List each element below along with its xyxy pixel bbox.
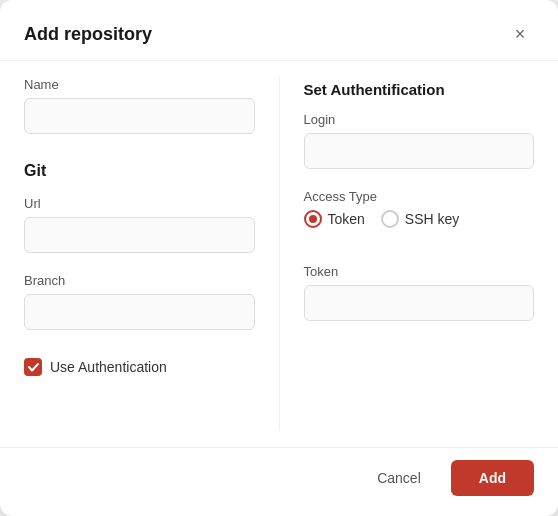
ssh-key-radio-option[interactable]: SSH key: [381, 210, 459, 228]
use-auth-checkbox[interactable]: [24, 358, 42, 376]
left-panel: Name Git Url Branch Use Authentication: [24, 77, 255, 431]
url-label: Url: [24, 196, 255, 211]
ssh-key-radio-label: SSH key: [405, 211, 459, 227]
token-radio-label: Token: [328, 211, 365, 227]
auth-section-title: Set Authentification: [304, 81, 535, 98]
token-radio[interactable]: [304, 210, 322, 228]
login-label: Login: [304, 112, 535, 127]
add-button[interactable]: Add: [451, 460, 534, 496]
dialog-footer: Cancel Add: [0, 447, 558, 516]
use-auth-row: Use Authentication: [24, 358, 255, 376]
git-heading: Git: [24, 162, 255, 180]
dialog-body: Name Git Url Branch Use Authentication: [0, 61, 558, 447]
name-label: Name: [24, 77, 255, 92]
add-repository-dialog: Add repository × Name Git Url Branch: [0, 0, 558, 516]
dialog-header: Add repository ×: [0, 0, 558, 61]
url-input[interactable]: [24, 217, 255, 253]
token-field-group: Token: [304, 264, 535, 321]
name-field-group: Name: [24, 77, 255, 134]
name-input[interactable]: [24, 98, 255, 134]
use-auth-label: Use Authentication: [50, 359, 167, 375]
branch-label: Branch: [24, 273, 255, 288]
access-type-label: Access Type: [304, 189, 535, 204]
right-panel: Set Authentification Login Access Type T…: [279, 77, 535, 431]
dialog-title: Add repository: [24, 24, 152, 45]
close-button[interactable]: ×: [506, 20, 534, 48]
branch-field-group: Branch: [24, 273, 255, 330]
ssh-key-radio[interactable]: [381, 210, 399, 228]
token-field-label: Token: [304, 264, 535, 279]
login-input[interactable]: [304, 133, 535, 169]
branch-input[interactable]: [24, 294, 255, 330]
cancel-button[interactable]: Cancel: [357, 460, 441, 496]
access-type-group: Access Type Token SSH key: [304, 189, 535, 244]
token-input[interactable]: [304, 285, 535, 321]
access-type-row: Token SSH key: [304, 210, 535, 228]
token-radio-option[interactable]: Token: [304, 210, 365, 228]
url-field-group: Url: [24, 196, 255, 253]
login-field-group: Login: [304, 112, 535, 169]
